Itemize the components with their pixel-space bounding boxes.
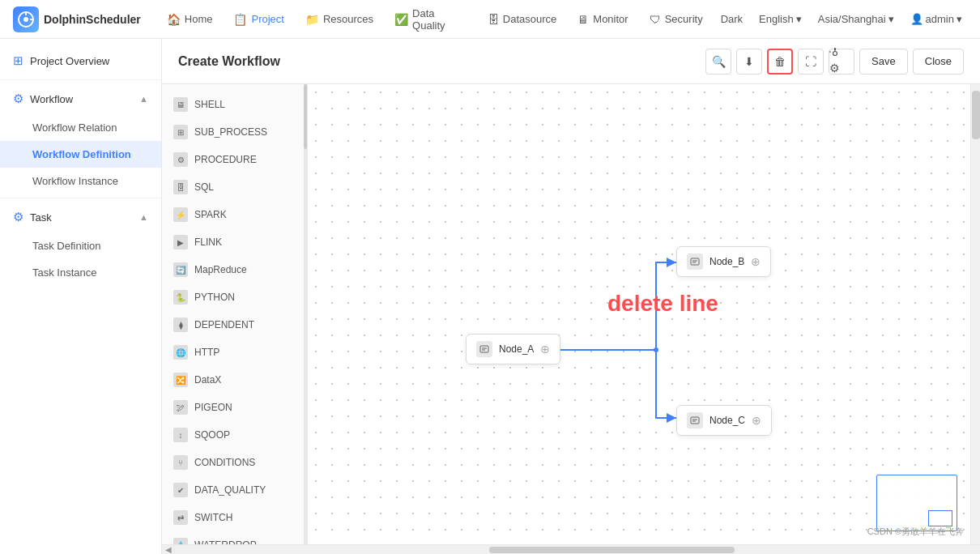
nav-monitor[interactable]: 🖥 Monitor <box>568 8 637 31</box>
download-icon: ⬇ <box>744 55 754 68</box>
task-item-mr[interactable]: 🔄MapReduce <box>162 256 307 283</box>
task-item-sub[interactable]: ⊞SUB_PROCESS <box>162 118 307 146</box>
project-overview-icon: ⊞ <box>13 53 23 68</box>
nav-monitor-label: Monitor <box>593 13 628 25</box>
project-icon: 📋 <box>233 13 247 26</box>
task-item-pigeon[interactable]: 🕊PIGEON <box>162 394 307 421</box>
layout: ⊞ Project Overview ⚙ Workflow ▲ Workflow… <box>0 39 980 554</box>
page-title: Create Workflow <box>178 54 280 69</box>
watermark: CSDN ©勇敢羊羊在飞奔 <box>867 526 964 538</box>
svg-point-1 <box>23 17 28 22</box>
save-button[interactable]: Save <box>859 49 908 75</box>
node-b-plus-icon[interactable]: ⊕ <box>751 255 761 268</box>
search-button[interactable]: 🔍 <box>705 49 731 75</box>
task-item-icon-mr: 🔄 <box>173 262 188 277</box>
nav-language[interactable]: English ▾ <box>754 10 807 28</box>
nav-theme[interactable]: Dark <box>716 10 748 28</box>
content-header: Create Workflow 🔍 ⬇ 🗑 ⛶ <box>162 39 980 84</box>
right-scrollbar[interactable] <box>970 84 980 544</box>
nav-project[interactable]: 📋 Project <box>224 8 293 31</box>
node-c-plus-icon[interactable]: ⊕ <box>752 414 761 427</box>
task-item-label-sqoop: SQOOP <box>194 429 230 441</box>
search-icon: 🔍 <box>712 55 726 68</box>
task-item-dep[interactable]: ⧫DEPENDENT <box>162 311 307 339</box>
fullscreen-button[interactable]: ⛶ <box>798 49 824 75</box>
logo-area[interactable]: DolphinScheduler <box>13 6 141 32</box>
bottom-scrollbar[interactable]: ◀ <box>162 544 980 554</box>
language-label: English <box>759 13 794 25</box>
task-definition-label: Task Definition <box>32 240 101 252</box>
right-scrollbar-thumb <box>972 91 980 139</box>
nav-resources[interactable]: 📁 Resources <box>296 8 383 31</box>
task-item-sql[interactable]: 🗄SQL <box>162 173 307 201</box>
close-button[interactable]: Close <box>913 49 964 75</box>
task-item-icon-cond: ⑂ <box>173 455 188 470</box>
task-item-water[interactable]: 💧WATERDROP <box>162 531 307 544</box>
nav-home[interactable]: 🏠 Home <box>157 8 223 31</box>
task-item-datax[interactable]: 🔀DataX <box>162 366 307 394</box>
panel-scrollbar[interactable] <box>304 84 307 544</box>
task-item-icon-python: 🐍 <box>173 290 188 305</box>
task-item-flink[interactable]: ▶FLINK <box>162 228 307 256</box>
resources-icon: 📁 <box>305 13 319 26</box>
nav-resources-label: Resources <box>323 13 373 25</box>
task-item-proc[interactable]: ⚙PROCEDURE <box>162 146 307 173</box>
workflow-definition-label: Workflow Definition <box>32 148 131 160</box>
task-item-icon-switch: ⇄ <box>173 510 188 525</box>
nav-user[interactable]: 👤 admin ▾ <box>905 10 967 28</box>
sidebar-item-task[interactable]: ⚙ Task ▲ <box>0 202 161 232</box>
sidebar-divider-2 <box>0 198 161 198</box>
nav-datasource[interactable]: 🗄 Datasource <box>478 8 566 31</box>
task-item-spark[interactable]: ⚡SPARK <box>162 201 307 228</box>
task-item-label-sub: SUB_PROCESS <box>194 126 267 138</box>
settings-button[interactable]: ⚙ <box>829 49 854 75</box>
node-b[interactable]: Node_B ⊕ <box>676 246 771 277</box>
task-item-icon-proc: ⚙ <box>173 152 188 167</box>
graph-canvas[interactable]: Node_A ⊕ Node_B ⊕ Node_C <box>308 84 970 544</box>
sidebar-item-workflow-instance[interactable]: Workflow Instance <box>0 168 161 194</box>
language-chevron-icon: ▾ <box>796 13 802 25</box>
task-item-cond[interactable]: ⑂CONDITIONS <box>162 449 307 476</box>
task-item-label-flink: FLINK <box>194 237 222 248</box>
task-item-icon-spark: ⚡ <box>173 207 188 222</box>
download-button[interactable]: ⬇ <box>736 49 762 75</box>
task-item-python[interactable]: 🐍PYTHON <box>162 283 307 311</box>
panel-scrollbar-thumb <box>304 84 307 149</box>
delete-line-button[interactable]: 🗑 <box>767 49 793 75</box>
theme-label: Dark <box>721 13 743 25</box>
security-icon: 🛡 <box>650 13 661 26</box>
sidebar-item-task-instance[interactable]: Task Instance <box>0 259 161 286</box>
connections-svg <box>308 84 970 544</box>
nav-timezone[interactable]: Asia/Shanghai ▾ <box>813 10 899 28</box>
sidebar-item-task-definition[interactable]: Task Definition <box>0 232 161 259</box>
sidebar-divider-1 <box>0 79 161 80</box>
task-item-icon-pigeon: 🕊 <box>173 400 188 415</box>
task-item-icon-flink: ▶ <box>173 235 188 249</box>
node-a[interactable]: Node_A ⊕ <box>466 334 560 364</box>
sidebar-item-workflow-definition[interactable]: Workflow Definition <box>0 141 161 168</box>
sidebar: ⊞ Project Overview ⚙ Workflow ▲ Workflow… <box>0 39 162 554</box>
node-a-label: Node_A <box>499 343 534 355</box>
node-c[interactable]: Node_C ⊕ <box>676 405 772 436</box>
nav-security[interactable]: 🛡 Security <box>640 8 713 31</box>
dataquality-icon: ✅ <box>394 13 408 26</box>
task-item-sqoop[interactable]: ↕SQOOP <box>162 421 307 449</box>
task-item-shell[interactable]: 🖥SHELL <box>162 91 307 118</box>
nav-dataquality[interactable]: ✅ Data Quality <box>385 2 476 36</box>
nav-home-label: Home <box>185 13 213 25</box>
task-item-label-python: PYTHON <box>194 292 235 303</box>
sidebar-item-workflow[interactable]: ⚙ Workflow ▲ <box>0 83 161 114</box>
scroll-left-arrow[interactable]: ◀ <box>162 545 175 555</box>
task-item-dq[interactable]: ✔DATA_QUALITY <box>162 476 307 504</box>
task-item-label-http: HTTP <box>194 347 219 358</box>
task-item-label-spark: SPARK <box>194 209 227 220</box>
mini-map[interactable] <box>876 475 957 531</box>
task-item-http[interactable]: 🌐HTTP <box>162 339 307 366</box>
main-content: Create Workflow 🔍 ⬇ 🗑 ⛶ <box>162 39 980 554</box>
node-a-plus-icon[interactable]: ⊕ <box>540 343 550 356</box>
sidebar-item-project-overview[interactable]: ⊞ Project Overview <box>0 45 161 76</box>
sidebar-item-workflow-relation[interactable]: Workflow Relation <box>0 114 161 141</box>
task-left: ⚙ Task <box>13 210 52 224</box>
task-item-switch[interactable]: ⇄SWITCH <box>162 504 307 531</box>
task-item-label-dep: DEPENDENT <box>194 319 254 330</box>
